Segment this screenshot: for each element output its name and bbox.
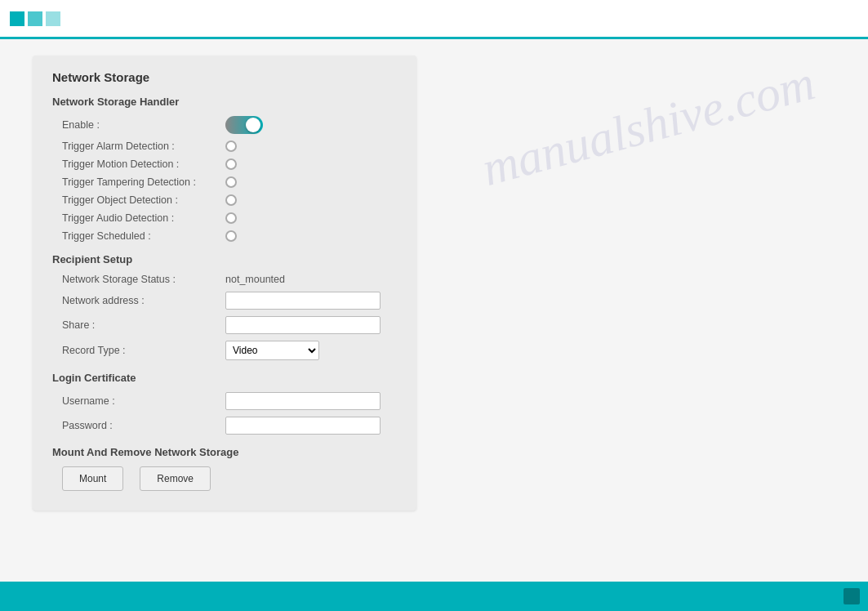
trigger-object-label: Trigger Object Detection : xyxy=(62,194,225,206)
username-row: Username : xyxy=(52,392,397,410)
trigger-alarm-label: Trigger Alarm Detection : xyxy=(62,140,225,152)
password-row: Password : xyxy=(52,417,397,435)
recipient-section-title: Recipient Setup xyxy=(52,253,397,265)
enable-row: Enable : xyxy=(52,116,397,134)
share-input[interactable] xyxy=(225,316,381,334)
trigger-object-radio[interactable] xyxy=(225,194,237,206)
storage-status-row: Network Storage Status : not_mounted xyxy=(52,274,397,285)
password-label: Password : xyxy=(62,420,225,431)
toggle-knob xyxy=(246,118,260,132)
login-section-title: Login Certificate xyxy=(52,372,397,384)
remove-button[interactable]: Remove xyxy=(140,466,211,491)
trigger-tampering-radio[interactable] xyxy=(225,176,237,188)
record-type-row: Record Type : Video Audio Both xyxy=(52,341,397,360)
password-input[interactable] xyxy=(225,417,381,435)
trigger-alarm-row: Trigger Alarm Detection : xyxy=(52,140,397,152)
header-bar xyxy=(0,0,868,39)
logo-block-3 xyxy=(46,11,60,26)
network-address-input[interactable] xyxy=(225,292,381,310)
network-address-label: Network address : xyxy=(62,295,225,306)
trigger-alarm-radio[interactable] xyxy=(225,140,237,152)
trigger-tampering-row: Trigger Tampering Detection : xyxy=(52,176,397,188)
network-address-row: Network address : xyxy=(52,292,397,310)
trigger-motion-label: Trigger Motion Detection : xyxy=(62,158,225,170)
trigger-tampering-label: Trigger Tampering Detection : xyxy=(62,176,225,188)
settings-panel: Network Storage Network Storage Handler … xyxy=(33,56,416,511)
username-label: Username : xyxy=(62,395,225,407)
enable-toggle[interactable] xyxy=(225,116,263,134)
username-input[interactable] xyxy=(225,392,381,410)
trigger-scheduled-radio[interactable] xyxy=(225,230,237,242)
storage-status-label: Network Storage Status : xyxy=(62,274,225,285)
mount-button-row: Mount Remove xyxy=(52,466,397,491)
trigger-audio-radio[interactable] xyxy=(225,212,237,224)
trigger-audio-row: Trigger Audio Detection : xyxy=(52,212,397,224)
logo-blocks xyxy=(10,11,60,26)
mount-section-title: Mount And Remove Network Storage xyxy=(52,446,397,458)
trigger-audio-label: Trigger Audio Detection : xyxy=(62,212,225,224)
trigger-object-row: Trigger Object Detection : xyxy=(52,194,397,206)
handler-section-title: Network Storage Handler xyxy=(52,96,397,108)
trigger-motion-radio[interactable] xyxy=(225,158,237,170)
share-row: Share : xyxy=(52,316,397,334)
mount-button[interactable]: Mount xyxy=(62,466,123,491)
record-type-label: Record Type : xyxy=(62,345,225,356)
storage-status-value: not_mounted xyxy=(225,274,285,285)
logo-block-2 xyxy=(28,11,42,26)
enable-label: Enable : xyxy=(62,119,225,131)
footer-icon xyxy=(844,588,860,604)
record-type-select[interactable]: Video Audio Both xyxy=(225,341,319,360)
watermark: manualshive.com xyxy=(476,55,821,198)
trigger-motion-row: Trigger Motion Detection : xyxy=(52,158,397,170)
panel-title: Network Storage xyxy=(52,70,397,84)
share-label: Share : xyxy=(62,319,225,331)
trigger-scheduled-label: Trigger Scheduled : xyxy=(62,230,225,242)
logo-block-1 xyxy=(10,11,24,26)
trigger-scheduled-row: Trigger Scheduled : xyxy=(52,230,397,242)
footer-bar xyxy=(0,582,868,611)
main-content: manualshive.com Network Storage Network … xyxy=(0,39,868,582)
